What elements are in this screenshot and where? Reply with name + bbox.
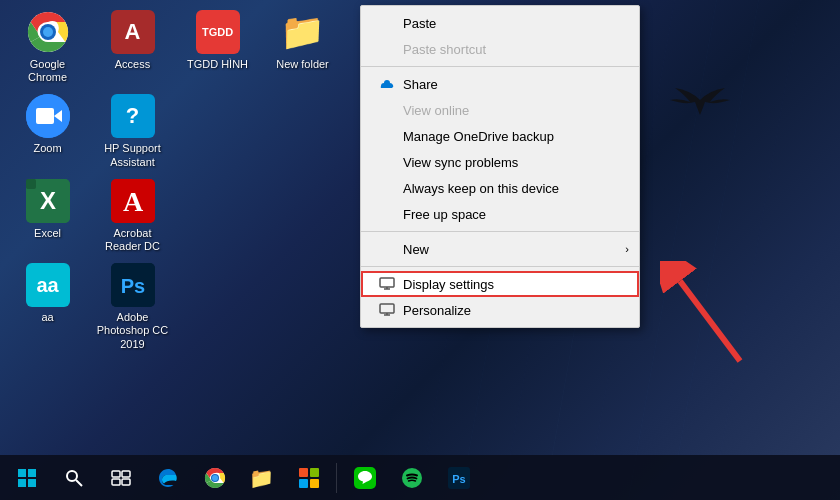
menu-item-view-online[interactable]: View online	[361, 97, 639, 123]
menu-item-paste-shortcut[interactable]: Paste shortcut	[361, 36, 639, 62]
submenu-arrow-icon: ›	[625, 243, 629, 255]
taskbar-folder-button[interactable]: 📁	[239, 458, 284, 498]
view-sync-icon	[379, 154, 395, 170]
svg-rect-12	[380, 278, 394, 287]
desktop-icon-newfolder[interactable]: 📁 New folder	[265, 10, 340, 84]
svg-rect-25	[122, 479, 130, 485]
paste-shortcut-icon	[379, 41, 395, 57]
desktop-icon-photoshop[interactable]: Ps Adobe Photoshop CC 2019	[95, 263, 170, 351]
svg-rect-17	[28, 469, 36, 477]
monitor-icon	[379, 276, 395, 292]
svg-line-15	[680, 281, 740, 361]
desktop-icons-area: Google Chrome A Access TGDD TGDD HÌNH 📁 …	[10, 10, 340, 351]
taskbar-taskview-button[interactable]	[98, 458, 143, 498]
taskbar-ps-button[interactable]: Ps	[436, 458, 481, 498]
taskbar-line-button[interactable]	[342, 458, 387, 498]
svg-point-28	[212, 475, 218, 481]
taskbar-start-button[interactable]	[4, 458, 49, 498]
svg-point-20	[67, 471, 77, 481]
svg-rect-29	[299, 468, 308, 477]
svg-rect-13	[380, 304, 394, 313]
menu-item-paste[interactable]: Paste	[361, 10, 639, 36]
bird-silhouette	[670, 80, 730, 120]
desktop-icon-hpsupport[interactable]: ? HP Support Assistant	[95, 94, 170, 168]
menu-item-display-settings[interactable]: Display settings	[361, 271, 639, 297]
taskbar-edge-button[interactable]	[145, 458, 190, 498]
desktop-icon-zoom[interactable]: Zoom	[10, 94, 85, 168]
onedrive-icon	[379, 76, 395, 92]
svg-text:Ps: Ps	[452, 473, 465, 485]
paste-icon	[379, 15, 395, 31]
icon-row-3: X Excel A Acrobat Reader DC	[10, 179, 340, 253]
svg-rect-32	[310, 479, 319, 488]
svg-rect-7	[26, 179, 36, 189]
taskbar-search-button[interactable]	[51, 458, 96, 498]
view-online-icon	[379, 102, 395, 118]
svg-rect-18	[18, 479, 26, 487]
desktop-icon-chrome[interactable]: Google Chrome	[10, 10, 85, 84]
desktop: Google Chrome A Access TGDD TGDD HÌNH 📁 …	[0, 0, 840, 500]
svg-rect-23	[122, 471, 130, 477]
desktop-icon-excel[interactable]: X Excel	[10, 179, 85, 253]
svg-rect-16	[18, 469, 26, 477]
svg-rect-19	[28, 479, 36, 487]
taskbar-divider-1	[336, 463, 337, 493]
taskbar-chrome-button[interactable]	[192, 458, 237, 498]
taskbar-spotify-button[interactable]	[389, 458, 434, 498]
always-keep-icon	[379, 180, 395, 196]
menu-separator-1	[361, 66, 639, 67]
desktop-icon-aa[interactable]: aa aa	[10, 263, 85, 351]
svg-text:X: X	[39, 187, 55, 214]
taskbar: 📁	[0, 455, 840, 500]
context-menu: Paste Paste shortcut Share View online M…	[360, 5, 640, 328]
svg-text:A: A	[122, 186, 143, 217]
menu-separator-2	[361, 231, 639, 232]
icon-row-4: aa aa Ps Adobe Photoshop CC 2019	[10, 263, 340, 351]
menu-item-personalize[interactable]: Personalize	[361, 297, 639, 323]
menu-item-share[interactable]: Share	[361, 71, 639, 97]
icon-row-2: Zoom ? HP Support Assistant	[10, 94, 340, 168]
svg-line-21	[76, 480, 82, 486]
menu-item-new[interactable]: New ›	[361, 236, 639, 262]
manage-onedrive-icon	[379, 128, 395, 144]
personalize-icon	[379, 302, 395, 318]
menu-item-free-space[interactable]: Free up space	[361, 201, 639, 227]
svg-rect-22	[112, 471, 120, 477]
menu-separator-3	[361, 266, 639, 267]
svg-rect-30	[310, 468, 319, 477]
svg-rect-24	[112, 479, 120, 485]
free-space-icon	[379, 206, 395, 222]
desktop-icon-access[interactable]: A Access	[95, 10, 170, 84]
taskbar-store-button[interactable]	[286, 458, 331, 498]
desktop-icon-acrobat[interactable]: A Acrobat Reader DC	[95, 179, 170, 253]
icon-row-1: Google Chrome A Access TGDD TGDD HÌNH 📁 …	[10, 10, 340, 84]
new-icon	[379, 241, 395, 257]
menu-item-view-sync[interactable]: View sync problems	[361, 149, 639, 175]
red-arrow-annotation	[660, 261, 760, 385]
svg-point-3	[43, 27, 53, 37]
svg-rect-31	[299, 479, 308, 488]
desktop-icon-tgdd[interactable]: TGDD TGDD HÌNH	[180, 10, 255, 84]
svg-text:Ps: Ps	[120, 275, 144, 297]
menu-item-always-keep[interactable]: Always keep on this device	[361, 175, 639, 201]
menu-item-manage-onedrive[interactable]: Manage OneDrive backup	[361, 123, 639, 149]
